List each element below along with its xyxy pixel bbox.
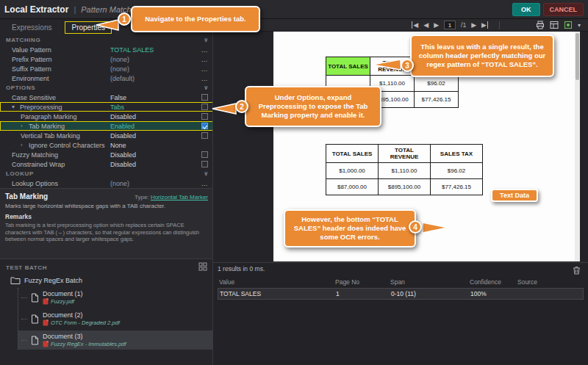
result-confidence: 100%	[470, 290, 518, 297]
ellipsis-button[interactable]: …	[198, 65, 210, 73]
column-header-page-no[interactable]: Page No	[335, 278, 390, 286]
scrollbar-thumb[interactable]	[576, 33, 579, 80]
chevron-down-icon[interactable]: ▾	[578, 22, 581, 29]
ellipsis-button[interactable]: …	[198, 75, 210, 82]
titlebar-buttons: OK CANCEL	[512, 3, 584, 16]
matched-header-cell: TOTAL SALES	[326, 57, 370, 76]
section-header-matching[interactable]: MATCHING ∨	[0, 35, 213, 45]
checkbox-unchecked[interactable]	[201, 104, 208, 110]
chevron-down-icon[interactable]: ∨	[204, 84, 209, 91]
callout-4-arrow-icon	[422, 221, 448, 234]
property-row-tab-marking[interactable]: ›Tab Marking Enabled	[0, 121, 213, 131]
callout-1-number: 1	[118, 12, 131, 26]
ellipsis-button[interactable]: …	[198, 56, 210, 63]
section-header-options[interactable]: OPTIONS ∨	[0, 83, 213, 93]
tab-expressions[interactable]: Expressions	[6, 22, 57, 33]
view-options-icon[interactable]	[564, 21, 573, 29]
title-bar: Local Extractor | Pattern Match OK CANCE…	[0, 0, 588, 19]
first-page-button[interactable]: ◀	[412, 21, 418, 29]
text-data-label: Text Data	[491, 189, 538, 202]
checkbox-unchecked[interactable]	[201, 113, 208, 120]
trash-icon[interactable]	[573, 264, 581, 278]
remarks-title: Remarks	[5, 213, 208, 220]
page-count-label: /1	[461, 21, 466, 29]
property-value: False	[110, 94, 198, 101]
description-title: Tab Marking	[5, 192, 48, 200]
checkbox-checked[interactable]	[201, 123, 208, 129]
property-row-ignore-control-characters[interactable]: ›Ignore Control Characters None	[0, 140, 213, 150]
page-scrollbar[interactable]	[575, 32, 580, 261]
page-number-input[interactable]: 1	[444, 21, 456, 29]
last-page-button[interactable]: ▶	[481, 21, 488, 29]
property-row-case-sensitive[interactable]: Case Sensitive False	[0, 93, 213, 102]
property-value: (none)	[110, 180, 198, 187]
tree-item-document-3[interactable]: Document (3) Fuzzy RegEx - Immutables.pd…	[18, 330, 213, 350]
callout-1: Navigate to the Properties tab.	[131, 6, 260, 32]
property-label: Preprocessing	[20, 104, 62, 111]
property-value: (none)	[110, 56, 198, 63]
ellipsis-button[interactable]: …	[198, 46, 210, 54]
checkbox-unchecked[interactable]	[201, 132, 208, 139]
caret-down-icon[interactable]: ▾	[12, 104, 18, 110]
next-page-button-left[interactable]: ▶	[434, 21, 439, 29]
callout-3-number: 3	[401, 59, 414, 72]
property-row-lookup-options[interactable]: Lookup Options (none) …	[0, 178, 213, 188]
callout-2-number: 2	[235, 100, 248, 113]
column-header-span[interactable]: Span	[390, 278, 470, 286]
column-header-confidence[interactable]: Confidence	[470, 278, 517, 286]
property-row-suffix-pattern[interactable]: Suffix Pattern (none) …	[0, 64, 213, 73]
property-row-paragraph-marking[interactable]: Paragraph Marking Disabled	[0, 112, 213, 121]
tree-item-document-2[interactable]: Document (2) OTC Form - Degraded 2.pdf	[18, 309, 213, 328]
cancel-button[interactable]: CANCEL	[543, 3, 584, 16]
column-header-value[interactable]: Value	[218, 278, 335, 286]
section-label: MATCHING	[6, 37, 40, 43]
property-row-preprocessing[interactable]: ▾Preprocessing Tabs	[0, 102, 213, 112]
ellipsis-button[interactable]: …	[198, 180, 210, 187]
document-filename: Fuzzy.pdf	[51, 298, 74, 305]
property-label: Value Pattern	[12, 46, 51, 54]
section-header-lookup[interactable]: LOOKUP ∨	[0, 169, 213, 178]
previous-page-button[interactable]: ◀	[423, 21, 429, 29]
chevron-right-icon: ›	[21, 123, 26, 129]
property-label: Constrained Wrap	[12, 161, 65, 168]
local-extractor-window: Local Extractor | Pattern Match OK CANCE…	[0, 0, 588, 365]
ok-button[interactable]: OK	[512, 3, 540, 16]
next-page-button[interactable]: ▶	[471, 21, 476, 29]
checkbox-unchecked[interactable]	[201, 151, 208, 158]
property-value: None	[110, 142, 198, 149]
property-row-environment[interactable]: Environment (default) …	[0, 73, 213, 83]
tree-connector	[21, 297, 27, 298]
checkbox-unchecked[interactable]	[201, 94, 208, 101]
column-header-source[interactable]: Source	[517, 278, 584, 286]
table-cell: $1,110.00	[379, 163, 431, 179]
property-row-value-pattern[interactable]: Value Pattern TOTAL SALES …	[0, 45, 213, 54]
batch-tree: Fuzzy RegEx Batch Document (1) Fuzzy.pdf	[0, 273, 213, 350]
tree-connector	[21, 340, 27, 341]
property-row-prefix-pattern[interactable]: Prefix Pattern (none) …	[0, 54, 213, 64]
chevron-right-icon[interactable]: ›	[21, 142, 26, 148]
description-type: Type: Horizontal Tab Marker	[135, 194, 208, 200]
print-icon[interactable]	[536, 21, 545, 29]
checkbox-unchecked[interactable]	[201, 161, 208, 167]
callout-3-arrow-icon	[372, 58, 401, 71]
tree-item-document-1[interactable]: Document (1) Fuzzy.pdf	[18, 288, 213, 307]
properties-panel: Expressions Properties MATCHING ∨ Value …	[0, 19, 213, 365]
type-link[interactable]: Horizontal Tab Marker	[151, 194, 208, 200]
property-row-constrained-wrap[interactable]: Constrained Wrap Disabled	[0, 159, 213, 169]
property-row-fuzzy-matching[interactable]: Fuzzy Matching Disabled	[0, 150, 213, 159]
layout-grid-icon[interactable]	[550, 21, 559, 29]
chevron-down-icon[interactable]: ∨	[204, 170, 209, 177]
batch-grid-icon[interactable]	[198, 261, 207, 274]
result-row[interactable]: TOTAL SALES 1 0-10 (11) 100%	[218, 288, 584, 300]
tree-item-batch-folder[interactable]: Fuzzy RegEx Batch	[7, 275, 213, 286]
chevron-down-icon[interactable]: ∨	[204, 37, 209, 43]
property-label: Prefix Pattern	[12, 56, 52, 63]
property-label: Vertical Tab Marking	[21, 132, 80, 140]
property-row-vertical-tab-marking[interactable]: Vertical Tab Marking Disabled	[0, 131, 213, 140]
callout-3: This leavs us with a single result, the …	[410, 35, 554, 77]
property-description-panel: Tab Marking Type: Horizontal Tab Marker …	[0, 188, 213, 259]
property-label: Suffix Pattern	[12, 65, 51, 73]
result-span: 0-10 (11)	[391, 290, 470, 297]
property-value: Disabled	[110, 151, 198, 159]
property-value: Disabled	[110, 113, 198, 120]
